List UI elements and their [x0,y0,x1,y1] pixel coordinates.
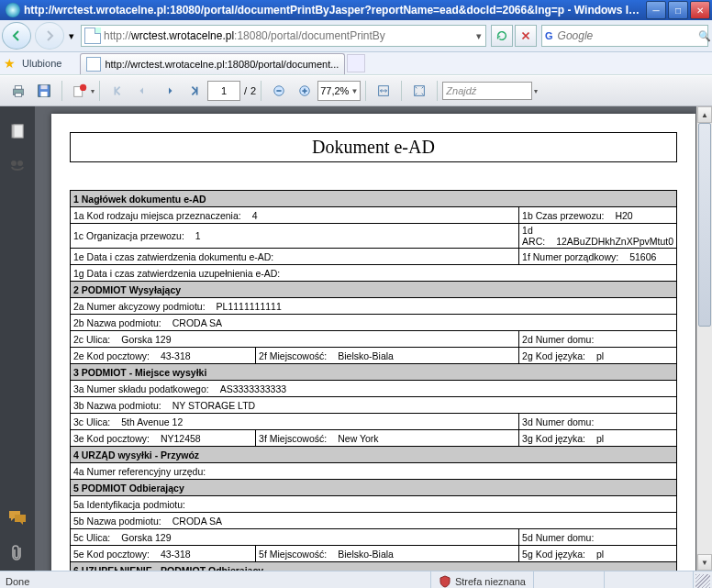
address-bar[interactable]: http://wrctest.wrotacelne.pl:18080/porta… [81,25,486,47]
scroll-thumb[interactable] [698,123,711,327]
cell-1f: 1f Numer porządkowy:51606 [519,249,677,265]
comment-icon[interactable] [7,508,28,528]
page-number-input[interactable] [207,81,240,101]
minimize-button[interactable]: ─ [646,1,666,19]
resize-grip[interactable] [695,574,710,588]
svg-rect-13 [14,125,23,138]
section-3-header: 3 PODMIOT - Miejsce wysyłki [71,364,677,381]
tab-label: http://wrctest.wrotacelne.pl:18080/porta… [105,59,339,70]
document-area[interactable]: Dokument e-AD 1 Nagłówek dokumentu e-AD … [35,106,712,571]
cell-5g: 5g Kod języka:pl [519,546,677,562]
svg-rect-2 [15,94,21,97]
favorites-bar: ★ Ulubione http://wrctest.wrotacelne.pl:… [0,52,712,75]
ie-icon [6,3,20,17]
cell-5f: 5f Miejscowość:Bielsko-Biala [256,546,519,562]
section-4-header: 4 URZĄD wysyłki - Przywóz [71,447,677,463]
print-button[interactable] [7,80,29,102]
cell-5e: 5e Kod pocztowy:43-318 [71,546,256,562]
nav-history-dropdown[interactable]: ▾ [66,23,77,49]
address-dropdown-icon[interactable]: ▾ [473,30,485,42]
back-button[interactable] [2,22,31,50]
window-title: http://wrctest.wrotacelne.pl:18080/porta… [24,4,644,17]
scroll-down-button[interactable]: ▼ [697,554,712,571]
fit-width-button[interactable] [373,80,395,102]
page-separator: / [244,85,247,96]
shield-icon [439,575,451,588]
first-page-button [106,80,128,102]
cell-4a: 4a Numer referencyjny urzędu: [71,463,677,480]
favorites-star-icon[interactable]: ★ [4,56,18,71]
thumbnails-icon[interactable] [7,121,28,141]
status-bar: Done Strefa nieznana [0,571,712,588]
svg-point-14 [11,161,17,166]
cell-1a: 1a Kod rodzaju miejsca przeznaczenia:4 [71,207,519,224]
pdf-viewport: Dokument e-AD 1 Nagłówek dokumentu e-AD … [0,106,712,571]
stop-button[interactable] [515,25,537,47]
zoom-out-button[interactable] [268,80,290,102]
search-go-button[interactable]: 🔍 [698,30,711,42]
cell-5a: 5a Identyfikacja podmiotu: [71,496,677,513]
favorites-label[interactable]: Ulubione [22,58,61,69]
tab-page-icon [86,57,101,72]
bookmarks-icon[interactable] [7,156,28,176]
export-button[interactable] [69,80,91,102]
google-icon: G [545,28,553,43]
cell-2g: 2g Kod języka:pl [519,348,677,364]
cell-1c: 1c Organizacja przewozu:1 [71,224,519,249]
pdf-sidebar [0,106,35,571]
scroll-up-button[interactable]: ▲ [697,106,712,123]
cell-5b: 5b Nazwa podmiotu:CRODA SA [71,513,677,529]
status-empty-1 [533,571,604,588]
cell-1e: 1e Data i czas zatwierdzenia dokumentu e… [71,249,519,265]
find-input[interactable]: Znajdź [442,82,532,100]
section-6-header: 6 UZUPEŁNIENIE - PODMIOT Odbierający [71,562,677,571]
export-dropdown-icon[interactable]: ▾ [91,87,95,95]
svg-rect-1 [15,86,21,90]
close-button[interactable]: ✕ [690,1,710,19]
maximize-button[interactable]: □ [668,1,688,19]
next-page-button[interactable] [158,80,180,102]
save-button[interactable] [33,80,55,102]
address-url: http://wrctest.wrotacelne.pl:18080/porta… [104,29,473,42]
fit-page-button[interactable] [408,80,430,102]
svg-rect-5 [40,92,47,96]
window-titlebar: http://wrctest.wrotacelne.pl:18080/porta… [0,0,712,20]
section-2-header: 2 PODMIOT Wysyłający [71,282,677,298]
cell-1b: 1b Czas przewozu:H20 [519,207,677,224]
cell-2d: 2d Numer domu: [519,331,677,348]
status-text: Done [0,576,35,587]
cell-3c: 3c Ulica:5th Avenue 12 [71,414,519,430]
page-icon [84,28,101,44]
nav-toolbar: ▾ http://wrctest.wrotacelne.pl:18080/por… [0,20,712,52]
cell-3g: 3g Kod języka:pl [519,430,677,447]
attachment-icon[interactable] [7,543,28,563]
svg-rect-4 [40,85,47,90]
section-1-header: 1 Nagłówek dokumentu e-AD [71,191,677,207]
refresh-button[interactable] [491,25,513,47]
cell-2a: 2a Numer akcyzowy podmiotu:PL1111111111 [71,298,677,315]
pdf-toolbar: ▾ / 2 77,2%▼ Znajdź ▾ [0,75,712,106]
section-5-header: 5 PODMIOT Odbierający [71,480,677,496]
document-title: Dokument e-AD [70,132,677,162]
browser-tab[interactable]: http://wrctest.wrotacelne.pl:18080/porta… [80,53,345,74]
find-dropdown-icon[interactable]: ▾ [534,87,538,95]
new-tab-button[interactable] [347,54,365,72]
cell-2f: 2f Miejscowość:Bielsko-Biala [256,348,519,364]
zoom-in-button[interactable] [294,80,316,102]
cell-3e: 3e Kod pocztowy:NY12458 [71,430,256,447]
cell-2b: 2b Nazwa podmiotu:CRODA SA [71,315,677,331]
vertical-scrollbar[interactable]: ▲ ▼ [696,106,712,571]
cell-3a: 3a Numer składu podatkowego:AS3333333333 [71,381,677,397]
svg-point-15 [17,161,23,166]
last-page-button[interactable] [184,80,206,102]
status-empty-2 [604,571,693,588]
cell-3b: 3b Nazwa podmiotu:NY STORAGE LTD [71,397,677,414]
cell-2e: 2e Kod pocztowy:43-318 [71,348,256,364]
zoom-select[interactable]: 77,2%▼ [317,81,361,101]
forward-button[interactable] [35,22,64,50]
search-box[interactable]: G 🔍 [541,25,708,47]
search-input[interactable] [556,28,698,43]
cell-1d: 1d ARC:12ABuZDHkhZnXPpvMtut0 [519,224,677,249]
cell-1g: 1g Data i czas zatwierdzenia uzupełnieni… [71,265,677,282]
cell-5d: 5d Numer domu: [519,529,677,546]
